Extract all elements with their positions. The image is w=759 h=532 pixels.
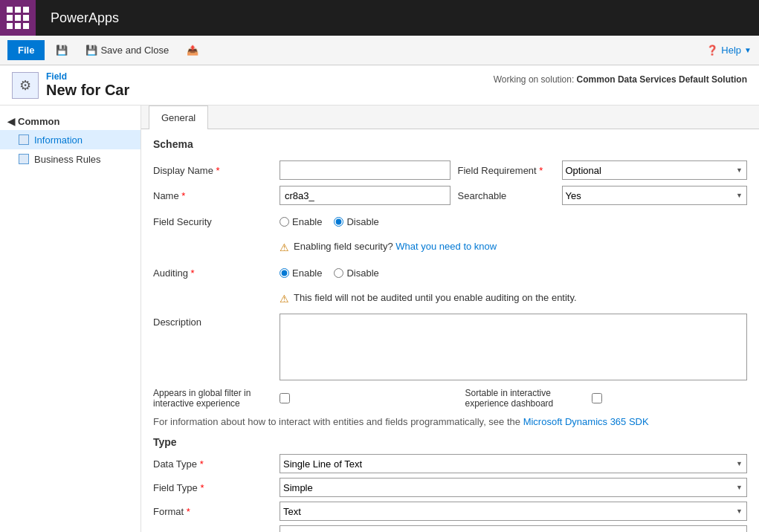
name-input[interactable] [280,186,450,205]
save-icon-button[interactable]: 💾 [49,42,74,59]
auditing-warning-icon: ⚠ [280,293,289,305]
sidebar-section-common[interactable]: ◀ Common [0,113,141,130]
field-security-warning-text: Enabling field security? What you need t… [294,241,497,252]
field-security-disable-label: Disable [346,216,378,227]
name-col: Name * [153,186,450,205]
toolbar-left: File 💾 💾 Save and Close 📤 [7,40,205,60]
data-type-row: Data Type * Single Line of Text Multiple… [153,454,747,473]
info-link-text: For information about how to interact wi… [153,416,520,427]
field-security-disable-radio[interactable] [334,217,343,227]
filter-row: Appears in global filter in interactive … [153,388,747,409]
name-field [280,186,450,205]
tab-general[interactable]: General [149,106,208,129]
export-icon: 📤 [187,45,198,56]
searchable-label: Searchable [450,190,562,201]
field-security-enable-radio[interactable] [280,217,289,227]
max-length-input[interactable] [280,525,747,532]
name-row: Name * Searchable Yes [153,186,747,205]
field-security-link[interactable]: What you need to know [395,241,497,252]
description-row: Description [153,314,747,380]
format-required: * [187,506,190,517]
sidebar-item-information[interactable]: Information [0,130,141,149]
sdk-link[interactable]: Microsoft Dynamics 365 SDK [523,416,649,427]
global-filter-checkbox[interactable] [280,393,290,403]
business-rules-icon [18,153,30,165]
format-select-wrapper: Text Email URL Phone [280,502,747,521]
field-req-required: * [539,165,543,176]
data-type-select-wrapper: Single Line of Text Multiple Lines of Te… [280,454,747,473]
auditing-row: Auditing * Enable Disable [153,262,747,283]
field-type-select-wrapper: Simple Calculated Rollup [280,478,747,497]
data-type-required: * [200,458,204,470]
help-icon: ❓ [706,45,718,56]
entity-icon: ⚙ [12,72,39,99]
auditing-enable-label: Enable [292,267,322,279]
field-security-label: Field Security [153,216,280,227]
searchable-field: Yes No [562,186,748,205]
sidebar-item-label-business-rules: Business Rules [34,154,101,165]
field-requirement-field: Optional Business Recommended Business R… [562,160,748,180]
field-security-warning: ⚠ Enabling field security? What you need… [280,238,747,256]
display-name-col: Display Name * [153,160,450,180]
type-header: Type [153,436,747,448]
max-length-field [280,525,747,532]
save-close-label: Save and Close [100,45,169,56]
global-filter-label: Appears in global filter in interactive … [153,388,280,409]
toolbar: File 💾 💾 Save and Close 📤 ❓ Help ▼ [0,36,759,65]
sortable-checkbox[interactable] [592,393,602,403]
waffle-grid [7,7,29,29]
data-type-select[interactable]: Single Line of Text Multiple Lines of Te… [280,454,747,473]
sortable-col: Sortable in interactive experience dashb… [450,388,748,409]
auditing-warning: ⚠ This field will not be audited until y… [280,289,747,308]
name-required: * [181,190,185,201]
description-textarea[interactable] [280,314,747,380]
sidebar-item-label-information: Information [34,134,83,146]
tabs: General [141,106,759,129]
field-security-enable-option[interactable]: Enable [280,216,322,227]
schema-header: Schema [153,138,747,153]
save-icon: 💾 [56,45,68,56]
max-length-row: Maximum Length * [153,525,747,532]
auditing-enable-radio[interactable] [280,268,289,278]
auditing-disable-option[interactable]: Disable [334,267,378,279]
field-security-disable-option[interactable]: Disable [334,216,378,227]
format-row: Format * Text Email URL Phone [153,502,747,521]
description-label: Description [153,314,280,328]
auditing-disable-radio[interactable] [334,268,343,278]
app-title: PowerApps [36,10,134,26]
display-name-required: * [216,165,220,176]
solution-label: Working on solution: [494,74,575,85]
field-type-label: Field Type * [153,482,280,493]
data-type-field: Single Line of Text Multiple Lines of Te… [280,454,747,473]
auditing-enable-option[interactable]: Enable [280,267,322,279]
format-select[interactable]: Text Email URL Phone [280,502,747,521]
sidebar-section-label: Common [18,116,59,127]
field-type-select[interactable]: Simple Calculated Rollup [280,478,747,497]
field-security-radio-group: Enable Disable [280,216,379,227]
save-close-button[interactable]: 💾 Save and Close [79,42,175,59]
display-name-input[interactable] [280,160,450,180]
file-button[interactable]: File [7,40,45,60]
global-filter-col: Appears in global filter in interactive … [153,388,450,409]
field-requirement-label: Field Requirement * [450,165,562,176]
help-button[interactable]: ❓ Help ▼ [706,45,752,56]
entity-info: ⚙ Field New for Car [12,71,129,99]
data-type-label: Data Type * [153,458,280,470]
format-label: Format * [153,506,280,517]
top-bar: PowerApps [0,0,759,36]
field-security-field: Enable Disable [280,216,747,227]
apps-icon[interactable] [0,0,36,36]
auditing-radio-group: Enable Disable [280,267,379,279]
sidebar-item-business-rules[interactable]: Business Rules [0,149,141,169]
field-type-row: Field Type * Simple Calculated Rollup [153,478,747,497]
field-type-required: * [200,482,204,493]
field-requirement-select[interactable]: Optional Business Recommended Business R… [562,160,748,180]
content-header: ⚙ Field New for Car Working on solution:… [0,65,759,106]
export-button[interactable]: 📤 [180,42,205,59]
display-name-field [280,160,450,180]
max-length-required: * [230,530,233,533]
auditing-required: * [191,267,195,279]
field-security-row: Field Security Enable Disable [153,211,747,232]
rules-list-icon [19,154,29,164]
searchable-select[interactable]: Yes No [562,186,748,205]
